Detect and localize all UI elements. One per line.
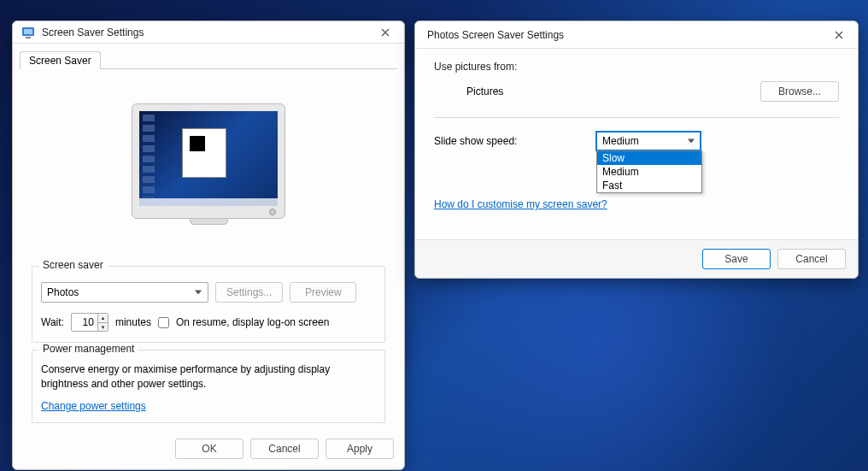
resume-checkbox[interactable] — [158, 317, 169, 328]
wait-input[interactable] — [72, 314, 97, 331]
speed-select[interactable]: Medium — [596, 132, 701, 150]
window-title: Photos Screen Saver Settings — [427, 29, 829, 41]
preview-button[interactable]: Preview — [290, 282, 356, 303]
screensaver-select[interactable]: Photos — [41, 282, 208, 303]
photos-screensaver-settings-dialog: Photos Screen Saver Settings Use picture… — [414, 21, 859, 279]
power-legend: Power management — [39, 343, 138, 355]
change-power-settings-link[interactable]: Change power settings — [41, 400, 146, 412]
dialog-footer: OK Cancel Apply — [13, 430, 404, 469]
screensaver-icon — [21, 26, 35, 39]
screen-saver-settings-dialog: Screen Saver Settings Screen Saver Scree… — [12, 21, 405, 470]
wait-spinner[interactable]: ▲ ▼ — [71, 313, 108, 332]
ok-button[interactable]: OK — [175, 439, 243, 459]
speed-select-value: Medium — [602, 135, 639, 147]
svg-rect-2 — [26, 37, 31, 38]
resume-label: On resume, display log-on screen — [176, 316, 329, 328]
use-pictures-from-label: Use pictures from: — [434, 61, 839, 73]
tab-screen-saver[interactable]: Screen Saver — [20, 51, 101, 69]
speed-option-medium[interactable]: Medium — [597, 165, 701, 179]
speed-option-slow[interactable]: Slow — [597, 151, 701, 165]
wait-label: Wait: — [41, 316, 64, 328]
cancel-button[interactable]: Cancel — [250, 439, 319, 459]
window-title: Screen Saver Settings — [42, 26, 375, 38]
browse-button[interactable]: Browse... — [760, 81, 839, 102]
screen-saver-fieldset: Screen saver Photos Settings... Preview … — [32, 266, 385, 343]
save-button[interactable]: Save — [702, 249, 771, 269]
speed-option-fast[interactable]: Fast — [597, 179, 701, 192]
spin-down-button[interactable]: ▼ — [98, 323, 108, 332]
close-button[interactable] — [375, 22, 396, 43]
dialog-footer: Save Cancel — [415, 239, 858, 278]
titlebar[interactable]: Screen Saver Settings — [13, 21, 404, 44]
close-icon — [381, 28, 390, 37]
spin-up-button[interactable]: ▲ — [98, 314, 108, 323]
close-button[interactable] — [829, 25, 849, 45]
divider — [434, 117, 839, 118]
close-icon — [835, 31, 843, 39]
screensaver-select-value: Photos — [47, 286, 79, 298]
settings-button[interactable]: Settings... — [215, 282, 283, 303]
apply-button[interactable]: Apply — [326, 439, 394, 459]
speed-dropdown-list: Slow Medium Fast — [596, 150, 702, 193]
titlebar[interactable]: Photos Screen Saver Settings — [415, 21, 858, 49]
power-description: Conserve energy or maximise performance … — [41, 362, 376, 392]
power-management-fieldset: Power management Conserve energy or maxi… — [32, 350, 385, 423]
slide-show-speed-label: Slide show speed: — [434, 135, 596, 147]
fieldset-legend: Screen saver — [39, 259, 107, 271]
pictures-value: Pictures — [466, 85, 760, 97]
svg-rect-1 — [24, 29, 32, 34]
cancel-button[interactable]: Cancel — [777, 249, 846, 269]
minutes-label: minutes — [115, 316, 151, 328]
monitor-preview — [132, 103, 285, 236]
customize-screensaver-link[interactable]: How do I customise my screen saver? — [434, 198, 607, 210]
